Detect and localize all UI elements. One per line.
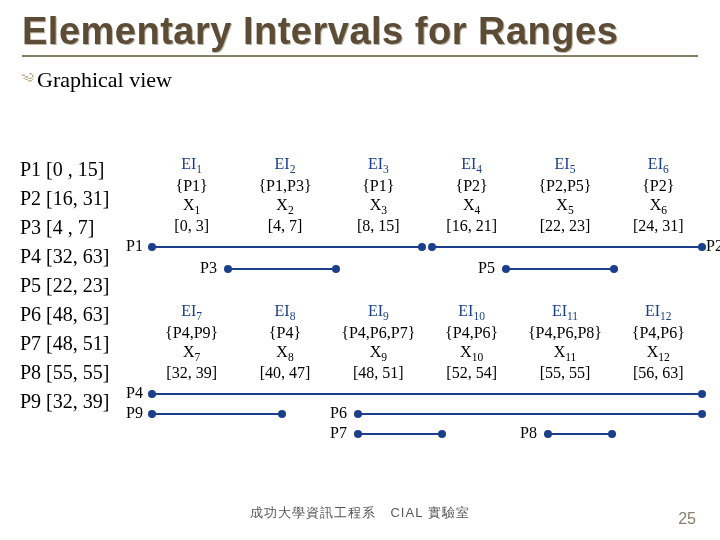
ei-set: {P2} — [425, 177, 518, 196]
ei-range: [32, 39] — [145, 364, 238, 383]
seg-p8 — [548, 433, 612, 435]
ei-range: [24, 31] — [612, 217, 705, 236]
ei-x: X10 — [425, 343, 518, 365]
ei-set: {P4,P6} — [612, 324, 705, 343]
ranges-column: P1 [0 , 15] P2 [16, 31] P3 [4 , 7] P4 [3… — [20, 155, 109, 416]
seg-label-p8: P8 — [520, 424, 537, 442]
ei-range: [0, 3] — [145, 217, 238, 236]
ei-range: [40, 47] — [238, 364, 331, 383]
ei-x: X7 — [145, 343, 238, 365]
ei-set: {P1} — [145, 177, 238, 196]
ei-set: {P1,P3} — [238, 177, 331, 196]
ei-set: {P4,P6,P7} — [332, 324, 425, 343]
page-number: 25 — [678, 510, 696, 528]
ei-header: EI4 — [425, 155, 518, 177]
ei-range: [56, 63] — [612, 364, 705, 383]
swirl-icon: ༄ — [22, 67, 33, 93]
ei-grid-bottom: EI7EI8EI9EI10EI11EI12 {P4,P9}{P4}{P4,P6,… — [145, 302, 705, 383]
ei-set: {P1} — [332, 177, 425, 196]
ei-x: X12 — [612, 343, 705, 365]
ei-range: [22, 23] — [518, 217, 611, 236]
seg-p1 — [152, 246, 422, 248]
ei-grid-top: EI1EI2EI3EI4EI5EI6 {P1}{P1,P3}{P1}{P2}{P… — [145, 155, 705, 236]
ei-set: {P4,P9} — [145, 324, 238, 343]
ei-x: X11 — [518, 343, 611, 365]
ei-header: EI5 — [518, 155, 611, 177]
ei-set: {P2} — [612, 177, 705, 196]
ei-range: [4, 7] — [238, 217, 331, 236]
slide: Elementary Intervals for Ranges ༄ Graphi… — [0, 0, 720, 540]
ei-header: EI2 — [238, 155, 331, 177]
ei-header: EI1 — [145, 155, 238, 177]
ei-header: EI3 — [332, 155, 425, 177]
seg-p4 — [152, 393, 702, 395]
ei-header: EI9 — [332, 302, 425, 324]
seg-label-p2: P2 — [706, 237, 720, 255]
ei-range: [8, 15] — [332, 217, 425, 236]
ei-header: EI7 — [145, 302, 238, 324]
ei-header: EI10 — [425, 302, 518, 324]
page-title: Elementary Intervals for Ranges — [22, 10, 698, 57]
range-p5: P5 [22, 23] — [20, 271, 109, 300]
ei-set: {P2,P5} — [518, 177, 611, 196]
ei-range: [52, 54] — [425, 364, 518, 383]
seg-label-p3: P3 — [200, 259, 217, 277]
range-p6: P6 [48, 63] — [20, 300, 109, 329]
ei-x: X4 — [425, 196, 518, 218]
ei-x: X9 — [332, 343, 425, 365]
seg-label-p1: P1 — [126, 237, 143, 255]
ei-header: EI8 — [238, 302, 331, 324]
ei-set: {P4,P6} — [425, 324, 518, 343]
seg-label-p5: P5 — [478, 259, 495, 277]
range-p8: P8 [55, 55] — [20, 358, 109, 387]
ei-x: X3 — [332, 196, 425, 218]
bullet-row: ༄ Graphical view — [22, 67, 698, 93]
seg-label-p4: P4 — [126, 384, 143, 402]
seg-label-p7: P7 — [330, 424, 347, 442]
seg-label-p9: P9 — [126, 404, 143, 422]
ei-x: X6 — [612, 196, 705, 218]
seg-p9 — [152, 413, 282, 415]
range-p4: P4 [32, 63] — [20, 242, 109, 271]
range-p1: P1 [0 , 15] — [20, 155, 109, 184]
footer-text: 成功大學資訊工程系 CIAL 實驗室 — [0, 504, 720, 522]
seg-p6 — [358, 413, 702, 415]
ei-set: {P4,P6,P8} — [518, 324, 611, 343]
seg-label-p6: P6 — [330, 404, 347, 422]
range-p9: P9 [32, 39] — [20, 387, 109, 416]
ei-x: X8 — [238, 343, 331, 365]
seg-p7 — [358, 433, 442, 435]
range-p2: P2 [16, 31] — [20, 184, 109, 213]
ei-header: EI12 — [612, 302, 705, 324]
seg-p3 — [228, 268, 336, 270]
range-p7: P7 [48, 51] — [20, 329, 109, 358]
range-p3: P3 [4 , 7] — [20, 213, 109, 242]
ei-range: [55, 55] — [518, 364, 611, 383]
ei-x: X1 — [145, 196, 238, 218]
ei-x: X2 — [238, 196, 331, 218]
ei-header: EI6 — [612, 155, 705, 177]
bullet-text: Graphical view — [37, 67, 172, 93]
ei-range: [48, 51] — [332, 364, 425, 383]
seg-p5 — [506, 268, 614, 270]
ei-x: X5 — [518, 196, 611, 218]
ei-set: {P4} — [238, 324, 331, 343]
seg-p2 — [432, 246, 702, 248]
ei-range: [16, 21] — [425, 217, 518, 236]
ei-header: EI11 — [518, 302, 611, 324]
